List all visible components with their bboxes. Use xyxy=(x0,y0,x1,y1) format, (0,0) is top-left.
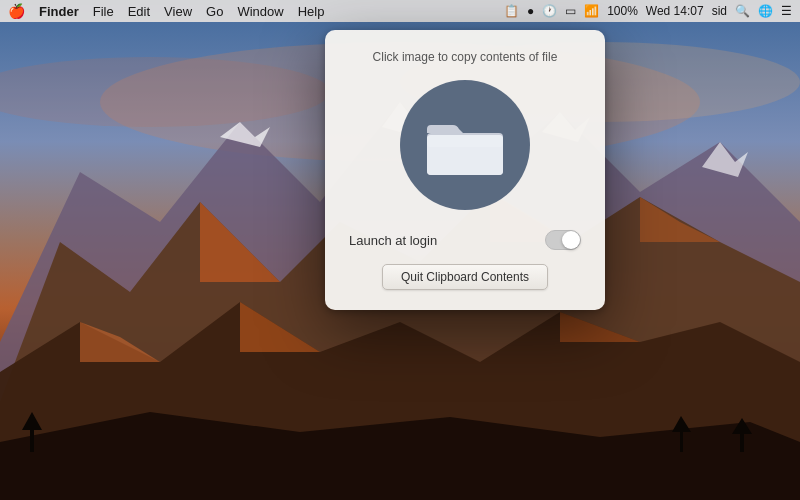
finder-menu[interactable]: Finder xyxy=(39,4,79,19)
menubar-right: 📋 ● 🕐 ▭ 📶 100% Wed 14:07 sid 🔍 🌐 ☰ xyxy=(504,4,792,18)
menubar: 🍎 Finder File Edit View Go Window Help 📋… xyxy=(0,0,800,22)
datetime: Wed 14:07 xyxy=(646,4,704,18)
clock-icon[interactable]: 🕐 xyxy=(542,4,557,18)
go-menu[interactable]: Go xyxy=(206,4,223,19)
menu-icon[interactable]: ☰ xyxy=(781,4,792,18)
svg-rect-18 xyxy=(30,427,34,452)
battery-icon[interactable]: ▭ xyxy=(565,4,576,18)
svg-rect-26 xyxy=(427,135,503,147)
view-menu[interactable]: View xyxy=(164,4,192,19)
apple-menu[interactable]: 🍎 xyxy=(8,3,25,19)
wifi-icon[interactable]: 📶 xyxy=(584,4,599,18)
folder-icon-button[interactable] xyxy=(400,80,530,210)
svg-rect-22 xyxy=(680,430,683,452)
help-menu[interactable]: Help xyxy=(298,4,325,19)
popup-instruction: Click image to copy contents of file xyxy=(373,50,558,64)
notification-icon[interactable]: 🌐 xyxy=(758,4,773,18)
launch-at-login-toggle[interactable] xyxy=(545,230,581,250)
menubar-left: 🍎 Finder File Edit View Go Window Help xyxy=(8,3,324,19)
window-menu[interactable]: Window xyxy=(237,4,283,19)
launch-at-login-label: Launch at login xyxy=(349,233,437,248)
clipboard-popup: Click image to copy contents of file Lau… xyxy=(325,30,605,310)
quit-button[interactable]: Quit Clipboard Contents xyxy=(382,264,548,290)
battery-percent: 100% xyxy=(607,4,638,18)
toggle-knob xyxy=(562,231,580,249)
username: sid xyxy=(712,4,727,18)
clipboard-icon[interactable]: 📋 xyxy=(504,4,519,18)
status-dot: ● xyxy=(527,4,534,18)
search-icon[interactable]: 🔍 xyxy=(735,4,750,18)
file-menu[interactable]: File xyxy=(93,4,114,19)
launch-at-login-row: Launch at login xyxy=(345,230,585,250)
svg-rect-20 xyxy=(740,432,744,452)
edit-menu[interactable]: Edit xyxy=(128,4,150,19)
